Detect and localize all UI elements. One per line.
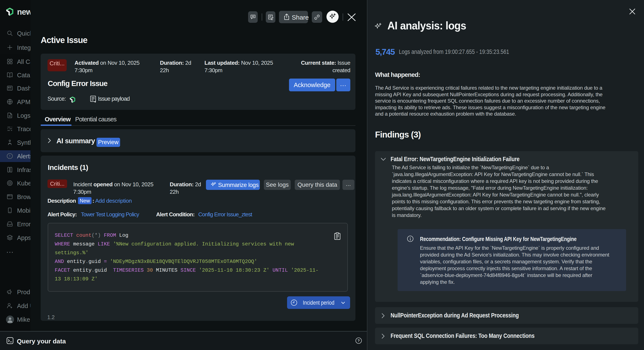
svg-text:?: ?	[358, 339, 360, 343]
